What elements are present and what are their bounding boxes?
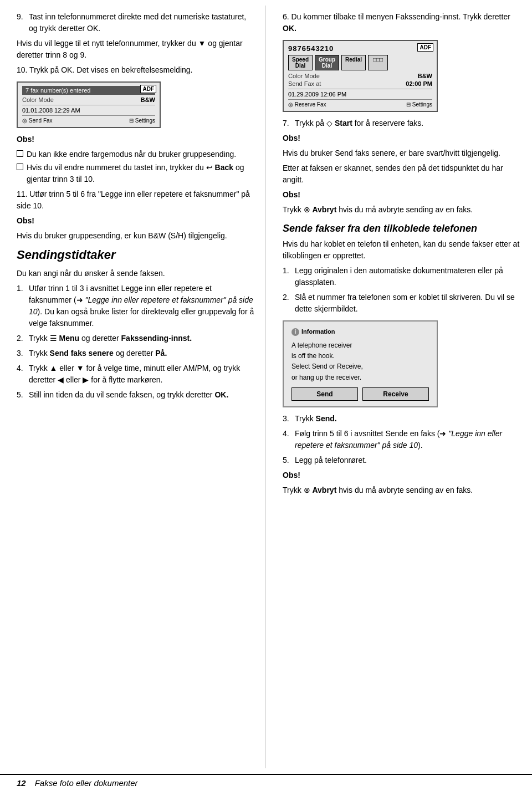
left-step-4-text: Trykk ▲ eller ▼ for å velge time, minutt… [29, 363, 254, 386]
color-mode-row-2: Color Mode B&W [288, 73, 432, 79]
down-arrow-icon: ▼ [76, 364, 84, 372]
right-step-3-num: 3. [283, 413, 295, 425]
info-box: i Information A telephone receiveris off… [283, 320, 438, 407]
device-screen-2: ADF 9876543210 SpeedDial GroupDial Redia… [283, 40, 438, 112]
info-title-text: Information [301, 327, 335, 337]
obs2-label: Obs! [17, 215, 254, 227]
arrow-right-icon-1: ➜ [76, 295, 83, 304]
arrow-right-icon-2: ➜ [439, 429, 446, 438]
speed-dial-btn[interactable]: SpeedDial [288, 55, 313, 70]
right-step-5-text: Legg på telefonrøret. [295, 455, 521, 466]
send-fax-row: Send Fax at 02:00 PM [288, 80, 432, 87]
page: 9. Tast inn telefonnummeret direkte med … [0, 0, 532, 791]
stop-icon-1: ⊗ [304, 205, 310, 214]
content-area: 9. Tast inn telefonnummeret direkte med … [0, 0, 532, 774]
right-column: 6. Du kommer tilbake til menyen Fakssend… [266, 6, 532, 768]
right-step-2-text: Slå et nummer fra telefonen som er koble… [295, 292, 521, 315]
left-step-2: 2. Trykk ☰ Menu og deretter Fakssending-… [17, 333, 254, 344]
screen2-bottom-left: ◎ Reserve Fax [288, 101, 326, 108]
left-column: 9. Tast inn telefonnummeret direkte med … [0, 6, 266, 768]
right-step-4: 4. Følg trinn 5 til 6 i avsnittet Sende … [283, 428, 521, 451]
color-mode-label-2: Color Mode [288, 73, 320, 79]
obs1-checkbox-1 [17, 150, 23, 157]
adf-label-2: ADF [417, 43, 433, 52]
send-button[interactable]: Send [291, 387, 358, 401]
obs3-cont: Etter at faksen er skannet, sendes den p… [283, 162, 521, 186]
page-footer: 12 Fakse foto eller dokumenter [0, 774, 532, 791]
divider-1 [22, 105, 155, 105]
device-btn-row: SpeedDial GroupDial Redial □□□ [288, 55, 432, 70]
page-number: 12 [17, 778, 26, 788]
color-mode-row: Color Mode B&W [22, 96, 155, 103]
obs-block-3: Obs! Hvis du bruker Send faks senere, er… [283, 132, 521, 186]
left-step-3-num: 3. [17, 348, 29, 359]
divider-3 [288, 89, 432, 89]
obs1-item-2: Hvis du vil endre nummeret du tastet inn… [17, 162, 254, 185]
step-9: 9. Tast inn telefonnummeret direkte med … [17, 11, 254, 34]
screen1-bottom-left: ◎ Send Fax [22, 118, 53, 124]
right-step-4-text: Følg trinn 5 til 6 i avsnittet Sende en … [295, 428, 521, 451]
divider-4 [288, 99, 432, 100]
obs4-label: Obs! [283, 189, 521, 201]
right-step-7: 7. Trykk på ◇ Start for å reservere faks… [283, 118, 521, 129]
up-arrow-icon: ▲ [50, 364, 58, 372]
redial-btn[interactable]: Redial [341, 55, 366, 70]
right-step-1-num: 1. [283, 265, 295, 288]
back-arrow-icon: ↩ [206, 163, 213, 172]
right-step-3: 3. Trykk Send. [283, 413, 521, 425]
left-step-3: 3. Trykk Send faks senere og deretter På… [17, 348, 254, 359]
obs1-checkbox-2 [17, 164, 23, 170]
screen2-bottom-right: ⊟ Settings [406, 101, 432, 108]
divider-2 [22, 115, 155, 116]
section2-heading: Sende fakser fra den tilkoblede telefone… [283, 222, 521, 235]
obs4-text: Trykk ⊗ Avbryt hvis du må avbryte sendin… [283, 204, 521, 216]
right-step-1-text: Legg originalen i den automatiske dokume… [295, 265, 521, 288]
left-step-4: 4. Trykk ▲ eller ▼ for å velge time, min… [17, 363, 254, 386]
info-title: i Information [291, 327, 429, 337]
obs3-label: Obs! [283, 132, 521, 144]
left-step-4-num: 4. [17, 363, 29, 386]
step-9-text: Tast inn telefonnummeret direkte med det… [29, 11, 254, 34]
obs1-item-1: Du kan ikke endre fargemodus når du bruk… [17, 149, 254, 160]
screen2-bottom-row: ◎ Reserve Fax ⊟ Settings [288, 101, 432, 108]
send-fax-time: 02:00 PM [406, 80, 432, 87]
right-step-3-text: Trykk Send. [295, 413, 521, 425]
arrow-down-icon: ▼ [198, 39, 206, 48]
color-mode-value: B&W [141, 96, 155, 103]
right-arrow-icon: ▶ [83, 375, 89, 384]
right-step-4-num: 4. [283, 428, 295, 451]
left-step-5: 5. Still inn tiden da du vil sende fakse… [17, 389, 254, 401]
section-intro: Du kan angi når du ønsker å sende faksen… [17, 268, 254, 279]
extra-btn[interactable]: □□□ [368, 55, 388, 70]
datetime-text-1: 01.01.2008 12:29 AM [22, 107, 80, 114]
obs3-text: Hvis du bruker Send faks senere, er bare… [283, 147, 521, 159]
right-step-2: 2. Slå et nummer fra telefonen som er ko… [283, 292, 521, 315]
obs-block-4: Obs! Trykk ⊗ Avbryt hvis du må avbryte s… [283, 189, 521, 216]
right-step-1: 1. Legg originalen i den automatiske dok… [283, 265, 521, 288]
left-arrow-icon: ◀ [58, 375, 64, 384]
step-10: 10. Trykk på OK. Det vises en bekreftels… [17, 64, 254, 76]
obs5-label: Obs! [283, 470, 521, 481]
obs5-text: Trykk ⊗ Avbryt hvis du må avbryte sendin… [283, 484, 521, 496]
menu-icon: ☰ [50, 334, 57, 343]
left-step-2-text: Trykk ☰ Menu og deretter Fakssending-inn… [29, 333, 254, 344]
left-step-5-text: Still inn tiden da du vil sende faksen, … [29, 389, 254, 401]
datetime-row-1: 01.01.2008 12:29 AM [22, 107, 155, 114]
step-9-num: 9. [17, 11, 29, 34]
section2-intro: Hvis du har koblet en telefon til enhete… [283, 238, 521, 262]
footer-title: Fakse foto eller dokumenter [35, 778, 138, 788]
screen1-bottom-row: ◎ Send Fax ⊟ Settings [22, 118, 155, 124]
datetime-row-2: 01.29.2009 12:06 PM [288, 91, 432, 98]
receive-button[interactable]: Receive [362, 387, 429, 401]
right-step-5: 5. Legg på telefonrøret. [283, 455, 521, 466]
info-btn-row: Send Receive [291, 387, 429, 401]
stop-icon-2: ⊗ [304, 486, 310, 494]
obs-block-2: Obs! Hvis du bruker gruppesending, er ku… [17, 215, 254, 242]
step-9-cont: Hvis du vil legge til et nytt telefonnum… [17, 38, 254, 61]
info-box-text: A telephone receiveris off the hook.Sele… [291, 340, 429, 383]
right-step-2-num: 2. [283, 292, 295, 315]
obs1-label: Obs! [17, 134, 254, 145]
group-dial-btn[interactable]: GroupDial [315, 55, 339, 70]
send-fax-label: Send Fax at [288, 80, 321, 87]
right-step-6: 6. Du kommer tilbake til menyen Fakssend… [283, 11, 521, 34]
